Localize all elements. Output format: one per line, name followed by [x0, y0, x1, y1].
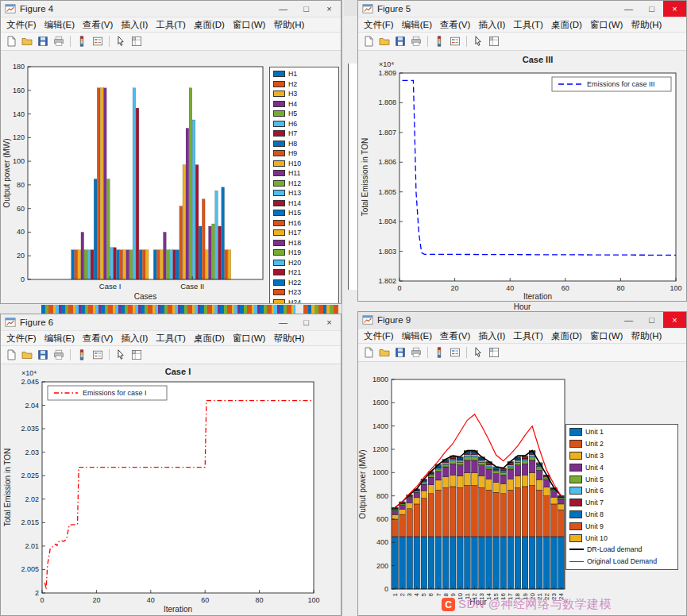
minimize-button[interactable]: —: [617, 1, 640, 17]
open-file-icon[interactable]: [20, 34, 34, 48]
menu-item-window[interactable]: 窗口(W): [229, 333, 270, 345]
menu-item-help[interactable]: 帮助(H): [627, 330, 666, 342]
maximize-button[interactable]: □: [295, 1, 318, 17]
legend-swatch: [273, 229, 285, 236]
csdn-watermark: C SDN @神经网络与数学建模: [442, 597, 612, 612]
svg-text:Output power (MW): Output power (MW): [2, 138, 11, 207]
insert-colorbar-icon[interactable]: [75, 34, 89, 48]
svg-text:Case II: Case II: [180, 282, 204, 291]
edit-plot-icon[interactable]: [471, 34, 485, 48]
menu-item-desktop[interactable]: 桌面(D): [190, 19, 229, 31]
menu-item-edit[interactable]: 编辑(E): [41, 19, 79, 31]
legend-label: Original Load Demand: [587, 557, 657, 565]
menu-item-tools[interactable]: 工具(T): [509, 19, 547, 31]
save-figure-icon[interactable]: [393, 345, 407, 360]
open-file-icon[interactable]: [20, 348, 34, 362]
menu-item-file[interactable]: 文件(F): [2, 333, 41, 345]
legend-label: H19: [288, 248, 301, 256]
menu-item-insert[interactable]: 插入(I): [474, 19, 509, 31]
menu-item-desktop[interactable]: 桌面(D): [547, 330, 586, 342]
svg-text:1400: 1400: [372, 422, 388, 430]
minimize-button[interactable]: —: [272, 314, 295, 330]
titlebar-figure5[interactable]: Figure 5 — □ ×: [358, 1, 686, 17]
print-figure-icon[interactable]: [409, 34, 423, 48]
menu-item-window[interactable]: 窗口(W): [586, 330, 627, 342]
save-figure-icon[interactable]: [36, 348, 50, 362]
menu-item-desktop[interactable]: 桌面(D): [190, 333, 229, 345]
insert-colorbar-icon[interactable]: [432, 34, 446, 48]
menu-item-edit[interactable]: 编辑(E): [398, 330, 436, 342]
insert-legend-icon[interactable]: [91, 348, 105, 362]
titlebar-figure4[interactable]: Figure 4 — □ ×: [1, 1, 341, 17]
menu-item-insert[interactable]: 插入(I): [474, 330, 509, 342]
open-file-icon[interactable]: [377, 34, 392, 48]
save-figure-icon[interactable]: [393, 34, 407, 48]
menu-item-window[interactable]: 窗口(W): [229, 19, 270, 31]
close-button[interactable]: ×: [663, 312, 686, 328]
legend-swatch: [569, 452, 582, 460]
menu-item-desktop[interactable]: 桌面(D): [547, 19, 586, 31]
menu-item-window[interactable]: 窗口(W): [586, 19, 627, 31]
menu-item-insert[interactable]: 插入(I): [117, 333, 152, 345]
titlebar-figure9[interactable]: Figure 9 — □ ×: [358, 312, 686, 329]
insert-colorbar-icon[interactable]: [75, 348, 89, 362]
new-figure-icon[interactable]: [361, 34, 376, 48]
insert-legend-icon[interactable]: [91, 34, 105, 48]
menu-item-tools[interactable]: 工具(T): [152, 333, 190, 345]
menu-item-help[interactable]: 帮助(H): [269, 333, 308, 345]
plot-browser-icon[interactable]: [129, 348, 144, 362]
menu-item-edit[interactable]: 编辑(E): [41, 333, 79, 345]
print-figure-icon[interactable]: [409, 345, 423, 360]
edit-plot-icon[interactable]: [114, 348, 128, 362]
plot-browser-icon[interactable]: [129, 34, 144, 48]
maximize-button[interactable]: □: [295, 314, 318, 330]
minimize-button[interactable]: —: [617, 312, 640, 328]
edit-plot-icon[interactable]: [471, 345, 485, 360]
occluded-figure-strip: Hour: [357, 302, 687, 311]
menu-item-tools[interactable]: 工具(T): [509, 330, 547, 342]
menu-item-view[interactable]: 查看(V): [79, 333, 117, 345]
legend-label: H18: [288, 239, 301, 247]
figure5-window: Figure 5 — □ × 文件(F)编辑(E)查看(V)插入(I)工具(T)…: [357, 0, 687, 302]
menu-item-view[interactable]: 查看(V): [436, 19, 474, 31]
menu-item-file[interactable]: 文件(F): [360, 330, 398, 342]
menu-item-file[interactable]: 文件(F): [2, 19, 41, 31]
maximize-button[interactable]: □: [640, 312, 663, 328]
svg-text:2.025: 2.025: [21, 472, 39, 479]
insert-colorbar-icon[interactable]: [432, 345, 446, 360]
print-figure-icon[interactable]: [52, 34, 66, 48]
svg-text:2: 2: [35, 589, 39, 597]
menu-item-edit[interactable]: 编辑(E): [398, 19, 436, 31]
svg-text:60: 60: [562, 284, 569, 292]
menu-item-file[interactable]: 文件(F): [360, 19, 398, 31]
save-figure-icon[interactable]: [36, 34, 50, 48]
menu-item-view[interactable]: 查看(V): [436, 330, 474, 342]
open-file-icon[interactable]: [377, 345, 392, 360]
titlebar-figure6[interactable]: Figure 6 — □ ×: [1, 314, 341, 331]
menu-item-help[interactable]: 帮助(H): [269, 19, 308, 31]
menu-item-help[interactable]: 帮助(H): [627, 19, 666, 31]
menu-item-insert[interactable]: 插入(I): [117, 19, 152, 31]
legend-entry: H3: [273, 89, 335, 99]
new-figure-icon[interactable]: [4, 34, 18, 48]
legend-label: H10: [288, 160, 301, 167]
menu-item-view[interactable]: 查看(V): [79, 19, 117, 31]
minimize-button[interactable]: —: [272, 1, 295, 17]
maximize-button[interactable]: □: [640, 1, 663, 17]
edit-plot-icon[interactable]: [114, 34, 128, 48]
insert-legend-icon[interactable]: [448, 345, 462, 360]
svg-text:60: 60: [17, 205, 25, 213]
close-button[interactable]: ×: [318, 1, 341, 17]
legend-label: H2: [288, 80, 297, 88]
print-figure-icon[interactable]: [52, 348, 66, 362]
close-button[interactable]: ×: [318, 314, 341, 330]
menu-item-tools[interactable]: 工具(T): [152, 19, 190, 31]
new-figure-icon[interactable]: [361, 345, 376, 360]
insert-legend-icon[interactable]: [448, 34, 462, 48]
new-figure-icon[interactable]: [4, 348, 18, 362]
plot-browser-icon[interactable]: [487, 345, 501, 360]
menu-bar: 文件(F)编辑(E)查看(V)插入(I)工具(T)桌面(D)窗口(W)帮助(H): [1, 17, 341, 33]
close-button[interactable]: ×: [663, 1, 686, 17]
plot-browser-icon[interactable]: [487, 34, 501, 48]
legend-entry: H12: [273, 179, 335, 189]
